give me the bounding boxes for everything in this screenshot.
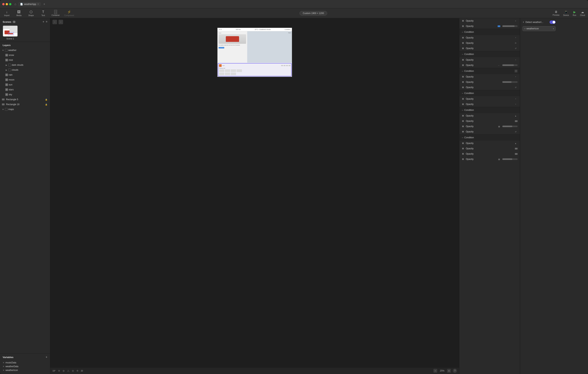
layer-rain[interactable]: ⊞ rain xyxy=(0,72,50,77)
condition-add-button[interactable]: + xyxy=(514,70,517,73)
condition-connector-icon: ⊸ xyxy=(462,92,463,94)
opacity-row[interactable]: Opacity ↺ xyxy=(459,46,520,51)
condition-header[interactable]: ⊸ Condition + xyxy=(459,68,520,74)
condition-header[interactable]: ⊸ Condition xyxy=(459,107,520,113)
device-button[interactable]: 📱 Device xyxy=(563,10,569,16)
opacity-thumb: ← xyxy=(497,64,501,66)
opacity-row[interactable]: Opacity xyxy=(459,118,520,124)
shape-button[interactable]: ⬡ Shape xyxy=(27,10,35,16)
add-variable-button[interactable]: + xyxy=(46,355,47,359)
layer-maps[interactable]: ▼ maps xyxy=(0,107,50,112)
nav-back-button[interactable]: ‹ xyxy=(52,20,57,24)
nav-icon-2: ⊕ xyxy=(63,369,65,372)
nav-forward-button[interactable]: › xyxy=(59,20,63,24)
preview-button[interactable]: 🖥 Preview xyxy=(553,10,559,16)
canvas-bottom: 19° ❄ ⊕ ⚠ ⊛ ❄ 20 − 25% + ? xyxy=(50,367,459,374)
scene-frame[interactable]: N O 192 km 15°C • Scattered clouds Locat… xyxy=(217,28,292,77)
layer-stars[interactable]: ⊞ stars xyxy=(0,87,50,92)
cloud-button[interactable]: ☁ Cloud xyxy=(580,10,585,16)
zoom-in-button[interactable]: + xyxy=(447,369,451,373)
snowflake-opacity-icon xyxy=(462,81,464,83)
layer-sky[interactable]: ⊞ sky xyxy=(0,92,50,97)
container-button[interactable]: □ Container xyxy=(52,10,60,16)
add-tab-button[interactable]: + xyxy=(42,2,46,6)
opacity-row[interactable]: Opacity • xyxy=(459,74,520,79)
opacity-row[interactable]: Opacity • xyxy=(459,96,520,102)
layer-rectangle-16[interactable]: Rectangle 16 🔒 xyxy=(0,102,50,107)
layer-name: dark clouds xyxy=(12,64,47,66)
opacity-row[interactable]: Opacity ▲ xyxy=(459,140,520,146)
resolution-pill[interactable]: Custom 1900 × 1200 xyxy=(299,11,327,16)
image-layer-icon: ⊞ xyxy=(5,88,8,91)
opacity-label: Opacity xyxy=(466,20,512,22)
opacity-row[interactable]: Opacity • xyxy=(459,35,520,40)
opacity-label: Opacity xyxy=(466,130,512,133)
opacity-row[interactable]: Opacity ↺ xyxy=(459,129,520,134)
opacity-row[interactable]: Opacity ▦ xyxy=(459,157,520,162)
opacity-row[interactable]: Opacity ▲ xyxy=(459,113,520,118)
mockup-cta-button xyxy=(219,47,224,49)
variable-dropdown[interactable]: ✕ weatherIcon ▾ xyxy=(523,26,556,31)
layer-rectangle-5[interactable]: Rectangle 5 🔒 xyxy=(0,97,50,102)
condition-header[interactable]: ⊸ Condition xyxy=(459,135,520,140)
add-scene-button[interactable]: + xyxy=(42,20,44,23)
variable-weatherData[interactable]: ✕ weatherData xyxy=(3,364,47,368)
tab-close-button[interactable]: ✕ xyxy=(37,3,39,5)
condition-header[interactable]: ⊸ Condition xyxy=(459,90,520,96)
close-button[interactable] xyxy=(2,3,5,5)
layer-snow[interactable]: ⊞ snow xyxy=(0,53,50,58)
traffic-lights xyxy=(2,3,11,5)
opacity-row[interactable]: Opacity ↺ xyxy=(459,85,520,90)
opacity-row[interactable]: Opacity • xyxy=(459,18,520,23)
sort-scenes-button[interactable]: ≡ xyxy=(46,20,47,23)
toggle-switch[interactable] xyxy=(550,21,556,24)
variable-dropdown-label: weatherIcon xyxy=(526,27,553,30)
opacity-row[interactable]: Opacity ▦ xyxy=(459,124,520,129)
image-layer-icon: ⊞ xyxy=(5,78,8,81)
condition-header[interactable]: ⊸ Condition xyxy=(459,29,520,35)
value-bar xyxy=(502,158,517,160)
chevron-down-icon: ▾ xyxy=(553,28,554,30)
opacity-row[interactable]: Opacity xyxy=(459,79,520,85)
opacity-row[interactable]: Opacity xyxy=(459,146,520,151)
scene-1-item[interactable]: Scene 1 xyxy=(3,25,18,40)
condition-header[interactable]: ⊸ Condition xyxy=(459,51,520,57)
condition-block-11n: ⊸ Condition Opacity ▲ xyxy=(459,107,520,134)
layer-dark-clouds[interactable]: ▶ dark clouds xyxy=(0,63,50,67)
opacity-row[interactable]: Opacity • xyxy=(459,102,520,107)
variable-weatherIcon[interactable]: ✕ weatherIcon xyxy=(3,368,47,372)
variable-musicData[interactable]: ✕ musicData xyxy=(3,361,47,364)
scene-1-thumbnail[interactable] xyxy=(3,25,18,37)
media-button[interactable]: 🖼 Media xyxy=(15,10,23,16)
mockup-right: Open xyxy=(247,31,292,63)
media-icon: 🖼 xyxy=(17,10,21,14)
layer-weather[interactable]: ▼ weather xyxy=(0,48,50,53)
opacity-row[interactable]: Opacity ← xyxy=(459,63,520,68)
import-button[interactable]: ↓ Import xyxy=(3,10,10,16)
run-button[interactable]: ▶ Run xyxy=(573,10,576,16)
layer-clouds[interactable]: ▶ clouds xyxy=(0,67,50,72)
zoom-out-button[interactable]: − xyxy=(433,369,437,373)
help-button[interactable]: ? xyxy=(453,369,457,373)
text-button[interactable]: T Text xyxy=(39,10,47,16)
opacity-label: Opacity xyxy=(466,86,512,89)
opacity-row[interactable]: Opacity ⟳ xyxy=(459,40,520,46)
number-icon: 20 xyxy=(81,370,83,372)
canvas-content[interactable]: Scene 1 N O 192 km 15°C • Scattered clou… xyxy=(50,26,459,367)
maximize-button[interactable] xyxy=(9,3,11,5)
component-button[interactable]: ⚡ Component xyxy=(64,10,74,16)
opacity-label: Opacity xyxy=(466,147,513,150)
mockup-topbar: N O 192 km 15°C • Scattered clouds Locat… xyxy=(218,28,292,31)
layer-moon[interactable]: ⊞ moon xyxy=(0,77,50,82)
opacity-row[interactable]: Opacity xyxy=(459,151,520,157)
home-icon[interactable]: ⌂ xyxy=(14,2,16,6)
mockup-selected-box[interactable]: Loci Playing next xyxy=(218,63,292,76)
opacity-row[interactable]: Opacity xyxy=(459,23,520,29)
sidebar-right: Opacity • Opacity xyxy=(459,18,588,374)
minimize-button[interactable] xyxy=(6,3,8,5)
layer-sun[interactable]: ⊞ sun xyxy=(0,82,50,87)
app-tab[interactable]: 📄 weatherApp ✕ xyxy=(18,2,41,6)
layer-mist[interactable]: ⊞ mist xyxy=(0,58,50,63)
opacity-row[interactable]: Opacity • xyxy=(459,57,520,63)
condition-connector-icon: ⊸ xyxy=(462,31,463,33)
